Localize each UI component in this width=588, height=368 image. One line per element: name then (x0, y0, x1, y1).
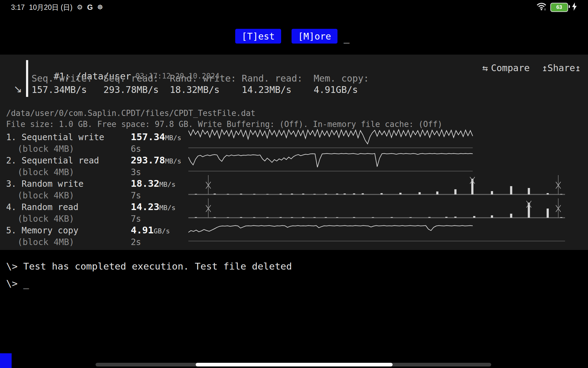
trend-arrow-icon: ↘ (13, 83, 22, 95)
random-write-sparkline (188, 174, 565, 199)
text-cursor: _ (344, 32, 349, 44)
test-value: 14.23 (131, 201, 159, 212)
test-block-size: (block 4MB) (17, 144, 74, 154)
more-button[interactable]: [M]ore (292, 29, 337, 44)
test-value: 293.78 (131, 155, 165, 166)
google-icon: G (87, 3, 93, 12)
terminal-prompt: \> (6, 278, 17, 289)
terminal-input-line[interactable]: \> _ (6, 278, 29, 289)
test-duration: 7s (131, 214, 141, 224)
test-unit: MB/s (159, 204, 175, 212)
seq-read-sparkline (188, 151, 565, 175)
random-read-sparkline (188, 197, 565, 222)
compare-icon: ⇆ (482, 63, 488, 73)
date-label: 10月20日 (日) (29, 3, 73, 12)
test-button[interactable]: [T]est (235, 29, 281, 44)
terminal-cursor: _ (23, 278, 29, 289)
test-block-size: (block 4KB) (17, 190, 74, 201)
test-block-size: (block 4MB) (17, 237, 74, 247)
test-duration: 7s (131, 190, 141, 201)
android-settings-icon: ☸ (97, 4, 103, 11)
test-unit: MB/s (165, 157, 181, 165)
status-bar: 3:17 10月20日 (日) ⚙ G ☸ 63 (0, 0, 588, 15)
test-value: 4.91 (131, 224, 154, 236)
compare-label: Compare (491, 63, 530, 73)
test-name: 2. Sequential read (6, 155, 99, 166)
metrics-header-row: Seq. write: Seq. read: Rand. write: Rand… (32, 73, 369, 84)
test-block-size: (block 4MB) (17, 167, 74, 177)
scrollbar-thumb[interactable] (196, 363, 393, 366)
scrollbar-track[interactable] (96, 363, 491, 366)
test-row-memory-copy: 5. Memory copy 4.91GB/s (block 4MB) 2s (0, 225, 588, 248)
test-duration: 2s (131, 237, 141, 247)
test-duration: 3s (131, 167, 141, 177)
test-results-list: 1. Sequential write 157.34MB/s (block 4M… (0, 132, 588, 248)
test-name: 4. Random read (6, 202, 78, 212)
memory-copy-sparkline (188, 221, 565, 245)
settings-gear-icon: ⚙ (77, 4, 83, 11)
ime-indicator (0, 353, 12, 368)
test-value: 157.34 (131, 131, 165, 142)
test-file-path: /data/user/0/com.Saplin.CPDT/files/CPDT_… (6, 109, 255, 118)
seq-write-sparkline (188, 128, 565, 152)
terminal-prompt: \> (6, 261, 17, 272)
test-block-size: (block 4KB) (17, 214, 74, 224)
battery-level: 63 (556, 4, 562, 10)
battery-indicator: 63 (550, 3, 568, 12)
charging-bolt-icon (572, 2, 577, 13)
wifi-icon (536, 2, 547, 13)
clock: 3:17 (11, 3, 25, 12)
terminal-message: Test has completed execution. Test file … (23, 261, 292, 272)
terminal-output-line: \> Test has completed execution. Test fi… (6, 261, 292, 272)
accent-bar (26, 60, 28, 97)
result-card: ↘ #1: /data/user03:17:12 20.10.2024 Seq.… (0, 55, 588, 250)
share-button[interactable]: ↥Share↥ (542, 63, 581, 73)
test-unit: MB/s (165, 134, 181, 142)
test-name: 1. Sequential write (6, 132, 104, 142)
test-value: 18.32 (131, 178, 159, 189)
test-unit: GB/s (154, 227, 170, 235)
test-duration: 6s (131, 144, 141, 154)
test-name: 5. Memory copy (6, 225, 78, 236)
test-name: 3. Random write (6, 179, 84, 189)
metrics-values-row: 157.34MB/s 293.78MB/s 18.32MB/s 14.23MB/… (32, 84, 358, 95)
test-unit: MB/s (159, 181, 175, 188)
compare-button[interactable]: ⇆ Compare (482, 63, 530, 73)
